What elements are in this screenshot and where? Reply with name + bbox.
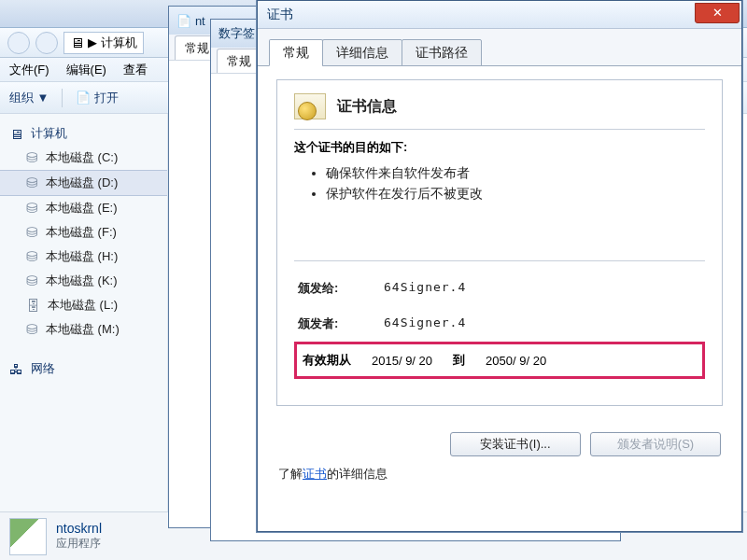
drive-label: 本地磁盘 (C:): [46, 149, 118, 166]
valid-from-value: 2015/ 9/ 20: [372, 354, 432, 368]
learn-prefix: 了解: [278, 467, 303, 481]
certificate-dialog: 证书 ✕ 常规 详细信息 证书路径 证书信息 这个证书的目的如下: 确保软件来自…: [257, 0, 742, 532]
learn-more-line: 了解证书的详细信息: [258, 462, 741, 496]
purpose-item: 确保软件来自软件发布者: [326, 163, 705, 184]
status-thumbnail-icon: [9, 518, 47, 555]
drive-icon: ⛁: [26, 200, 38, 217]
nav-forward-button[interactable]: [35, 32, 58, 54]
network-icon: 🖧: [9, 361, 23, 377]
tree-section-computer: 🖥 计算机 ⛁本地磁盘 (C:) ⛁本地磁盘 (D:) ⛁本地磁盘 (E:) ⛁…: [0, 121, 167, 342]
organize-button[interactable]: 组织 ▼: [9, 90, 49, 106]
nav-tree: 🖥 计算机 ⛁本地磁盘 (C:) ⛁本地磁盘 (D:) ⛁本地磁盘 (E:) ⛁…: [0, 114, 168, 511]
tree-drive-item[interactable]: ⛁本地磁盘 (K:): [0, 269, 167, 293]
drive-label: 本地磁盘 (L:): [48, 297, 118, 314]
tab-cert-path[interactable]: 证书路径: [402, 39, 482, 66]
drive-icon: 🗄: [26, 298, 40, 314]
learn-certificate-link[interactable]: 证书: [303, 467, 327, 481]
dialog-button-row: 安装证书(I)... 颁发者说明(S): [258, 419, 741, 462]
drive-label: 本地磁盘 (H:): [46, 248, 118, 265]
issued-to-row: 颁发给: 64Signer.4: [294, 271, 705, 306]
open-label: 打开: [94, 90, 119, 106]
dialog-tab-strip: 常规 详细信息 证书路径: [258, 29, 741, 66]
menu-file[interactable]: 文件(F): [9, 62, 49, 78]
drive-icon: ⛁: [26, 175, 38, 191]
open-icon: 📄: [76, 91, 91, 105]
tab-general[interactable]: 常规: [269, 39, 323, 66]
breadcrumb-sep: ▶: [88, 35, 97, 49]
tree-drive-item[interactable]: ⛁本地磁盘 (H:): [0, 245, 167, 269]
drive-icon: ⛁: [26, 248, 38, 265]
issued-to-label: 颁发给:: [298, 280, 365, 297]
dialog-title: 证书: [267, 7, 293, 23]
tab-details[interactable]: 详细信息: [322, 39, 402, 66]
drive-label: 本地磁盘 (F:): [46, 224, 117, 241]
tree-drive-item[interactable]: ⛁本地磁盘 (C:): [0, 146, 167, 170]
tree-node-label: 网络: [31, 360, 55, 377]
drive-label: 本地磁盘 (D:): [46, 175, 118, 191]
certificate-fields: 颁发给: 64Signer.4 颁发者: 64Signer.4 有效期从 201…: [294, 260, 705, 379]
tree-drive-item[interactable]: ⛁本地磁盘 (E:): [0, 196, 167, 220]
window-title: nt: [195, 14, 205, 28]
close-icon: ✕: [712, 6, 723, 20]
tree-node-label: 计算机: [31, 125, 67, 142]
drive-label: 本地磁盘 (K:): [46, 273, 118, 289]
window-title: 数字签: [218, 25, 255, 42]
dialog-body: 证书信息 这个证书的目的如下: 确保软件来自软件发布者 保护软件在发行后不被更改…: [258, 66, 741, 419]
info-header: 证书信息: [294, 93, 705, 130]
tree-drive-item[interactable]: 🗄本地磁盘 (L:): [0, 293, 167, 317]
tab-general[interactable]: 常规: [217, 49, 261, 73]
close-button[interactable]: ✕: [695, 3, 740, 23]
nav-back-button[interactable]: [7, 32, 30, 54]
valid-to-label: 到: [453, 352, 465, 369]
breadcrumb-label: 计算机: [101, 35, 137, 51]
learn-suffix: 的详细信息: [327, 467, 388, 481]
open-button[interactable]: 📄 打开: [76, 90, 119, 106]
purpose-list: 确保软件来自软件发布者 保护软件在发行后不被更改: [294, 163, 705, 204]
computer-icon: 🖥: [70, 35, 84, 50]
validity-row-highlighted: 有效期从 2015/ 9/ 20 到 2050/ 9/ 20: [294, 342, 705, 379]
tree-node-computer[interactable]: 🖥 计算机: [0, 121, 167, 146]
window-icon: 📄: [176, 14, 191, 28]
valid-from-label: 有效期从: [303, 352, 351, 369]
certificate-icon: [294, 93, 326, 119]
menu-view[interactable]: 查看: [123, 62, 148, 78]
drive-label: 本地磁盘 (E:): [46, 200, 118, 217]
tree-drive-item[interactable]: ⛁本地磁盘 (D:): [0, 170, 167, 196]
tree-drive-item[interactable]: ⛁本地磁盘 (F:): [0, 220, 167, 245]
issued-by-label: 颁发者:: [298, 315, 365, 332]
certificate-info-panel: 证书信息 这个证书的目的如下: 确保软件来自软件发布者 保护软件在发行后不被更改…: [276, 79, 723, 406]
valid-to-value: 2050/ 9/ 20: [486, 354, 546, 368]
purpose-item: 保护软件在发行后不被更改: [326, 184, 705, 204]
issuer-statement-button[interactable]: 颁发者说明(S): [590, 432, 721, 456]
drive-label: 本地磁盘 (M:): [46, 321, 120, 338]
tree-drive-item[interactable]: ⛁本地磁盘 (M:): [0, 317, 167, 342]
install-certificate-button[interactable]: 安装证书(I)...: [450, 432, 581, 456]
toolbar-separator: [62, 89, 63, 107]
breadcrumb[interactable]: 🖥 ▶ 计算机: [63, 32, 144, 54]
purpose-heading: 这个证书的目的如下:: [294, 139, 705, 156]
tree-node-network[interactable]: 🖧 网络: [0, 357, 167, 381]
drive-icon: ⛁: [26, 224, 38, 241]
status-filename: ntoskrnl: [56, 521, 102, 536]
issued-to-value: 64Signer.4: [384, 280, 466, 297]
drive-icon: ⛁: [26, 321, 38, 338]
drive-icon: ⛁: [26, 149, 38, 166]
dialog-titlebar[interactable]: 证书 ✕: [258, 1, 741, 29]
issued-by-row: 颁发者: 64Signer.4: [294, 306, 705, 342]
drive-icon: ⛁: [26, 273, 38, 289]
issued-by-value: 64Signer.4: [384, 315, 466, 332]
computer-icon: 🖥: [9, 126, 23, 142]
status-text: ntoskrnl 应用程序: [56, 521, 102, 552]
status-filetype: 应用程序: [56, 536, 102, 552]
menu-edit[interactable]: 编辑(E): [66, 62, 106, 78]
info-heading: 证书信息: [337, 97, 397, 117]
tree-section-network: 🖧 网络: [0, 357, 167, 381]
